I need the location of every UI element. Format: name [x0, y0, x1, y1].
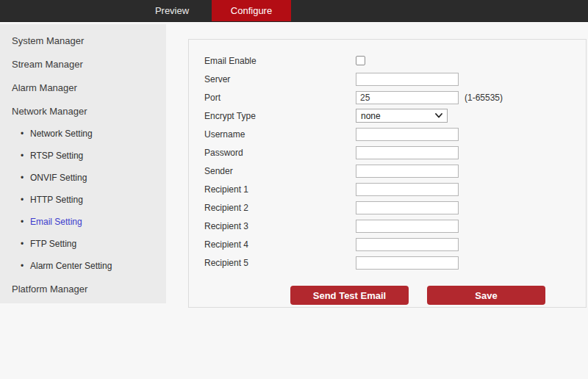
form-row-port: Port (1-65535) — [189, 88, 586, 107]
form-row-email-enable: Email Enable — [189, 51, 586, 70]
form-row-server: Server — [189, 70, 586, 88]
bullet-icon: • — [21, 239, 30, 248]
encrypt-type-selected-value: none — [361, 111, 381, 121]
sidebar-menu: System Manager Stream Manager Alarm Mana… — [0, 24, 166, 303]
sidebar-item-label: HTTP Setting — [30, 195, 83, 205]
sidebar-item-rtsp-setting[interactable]: • RTSP Setting — [0, 145, 166, 167]
form-row-recipient-2: Recipient 2 — [189, 198, 586, 217]
email-settings-panel: Email Enable Server Port (1-65535) Encry… — [188, 39, 587, 308]
recipient-3-input[interactable] — [356, 220, 459, 233]
sidebar-item-label: RTSP Setting — [30, 151, 83, 161]
form-row-recipient-5: Recipient 5 — [189, 253, 586, 272]
recipient-2-label: Recipient 2 — [204, 203, 356, 213]
sender-input[interactable] — [356, 165, 459, 178]
email-enable-label: Email Enable — [204, 56, 356, 66]
sidebar-item-email-setting[interactable]: • Email Setting — [0, 211, 166, 233]
sidebar-item-label: ONVIF Setting — [30, 173, 87, 183]
recipient-3-label: Recipient 3 — [204, 221, 356, 231]
tab-configure[interactable]: Configure — [212, 0, 291, 21]
sidebar-item-system-manager[interactable]: System Manager — [0, 29, 166, 52]
sidebar-item-label: Network Setting — [30, 129, 93, 139]
password-input[interactable] — [356, 146, 459, 159]
sidebar-item-alarm-center-setting[interactable]: • Alarm Center Setting — [0, 255, 166, 277]
recipient-4-label: Recipient 4 — [204, 239, 356, 250]
save-button[interactable]: Save — [427, 286, 545, 305]
recipient-2-input[interactable] — [356, 201, 459, 214]
recipient-1-input[interactable] — [356, 183, 459, 196]
send-test-email-button[interactable]: Send Test Email — [290, 286, 409, 305]
encrypt-type-select[interactable]: none — [356, 109, 448, 123]
bullet-icon: • — [21, 261, 30, 270]
sidebar-item-http-setting[interactable]: • HTTP Setting — [0, 189, 166, 211]
form-row-sender: Sender — [189, 162, 586, 180]
port-label: Port — [204, 93, 356, 103]
sender-label: Sender — [204, 166, 356, 176]
sidebar-item-network-manager[interactable]: Network Manager — [0, 99, 166, 123]
recipient-4-input[interactable] — [356, 238, 459, 251]
encrypt-type-label: Encrypt Type — [204, 111, 356, 121]
recipient-1-label: Recipient 1 — [204, 184, 356, 195]
username-label: Username — [204, 129, 356, 140]
username-input[interactable] — [356, 128, 459, 141]
sidebar-item-label: FTP Setting — [30, 239, 76, 249]
sidebar-item-label: Email Setting — [30, 217, 82, 227]
bullet-icon: • — [21, 195, 30, 204]
bullet-icon: • — [21, 129, 30, 138]
form-row-recipient-3: Recipient 3 — [189, 217, 586, 235]
port-range-hint: (1-65535) — [465, 93, 503, 103]
server-label: Server — [204, 74, 356, 84]
bullet-icon: • — [21, 151, 30, 160]
sidebar-item-ftp-setting[interactable]: • FTP Setting — [0, 233, 166, 255]
nav-tabs: Preview Configure — [132, 0, 291, 21]
password-label: Password — [204, 148, 356, 158]
recipient-5-input[interactable] — [356, 256, 459, 270]
form-button-row: Send Test Email Save — [189, 286, 586, 305]
sidebar-item-network-setting[interactable]: • Network Setting — [0, 123, 166, 145]
top-navigation-bar: Preview Configure — [0, 0, 588, 22]
chevron-down-icon — [435, 113, 442, 118]
form-row-recipient-4: Recipient 4 — [189, 235, 586, 253]
server-input[interactable] — [356, 73, 459, 86]
form-row-username: Username — [189, 125, 586, 143]
sidebar-item-stream-manager[interactable]: Stream Manager — [0, 52, 166, 76]
bullet-icon: • — [21, 217, 30, 226]
sidebar-item-onvif-setting[interactable]: • ONVIF Setting — [0, 167, 166, 189]
recipient-5-label: Recipient 5 — [204, 258, 356, 268]
tab-preview[interactable]: Preview — [132, 0, 212, 21]
sidebar-item-platform-manager[interactable]: Platform Manager — [0, 277, 166, 300]
email-enable-checkbox[interactable] — [356, 56, 365, 65]
sidebar-item-alarm-manager[interactable]: Alarm Manager — [0, 76, 166, 99]
port-input[interactable] — [356, 91, 459, 104]
sidebar-item-label: Alarm Center Setting — [30, 261, 112, 271]
form-row-password: Password — [189, 143, 586, 162]
form-row-encrypt-type: Encrypt Type none — [189, 107, 586, 125]
form-row-recipient-1: Recipient 1 — [189, 180, 586, 198]
bullet-icon: • — [21, 173, 30, 182]
